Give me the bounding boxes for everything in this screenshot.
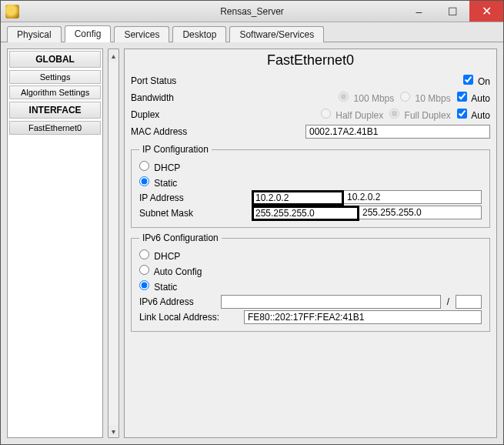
sidebar-item-algorithm-settings[interactable]: Algorithm Settings (9, 85, 101, 99)
port-status-on[interactable]: On (463, 75, 490, 87)
ipv6-prefix-slash: / (446, 296, 451, 307)
scroll-up-icon[interactable]: ▴ (108, 49, 118, 62)
bandwidth-auto-checkbox[interactable] (457, 92, 467, 102)
ipv6-dhcp-radio[interactable] (139, 249, 149, 259)
mac-input[interactable] (305, 125, 490, 139)
subnet-mask-value: 255.255.255.0 (255, 208, 315, 219)
tab-services[interactable]: Services (114, 26, 169, 42)
bandwidth-auto[interactable]: Auto (457, 92, 490, 104)
duplex-auto[interactable]: Auto (457, 109, 490, 121)
sidebar-item-settings[interactable]: Settings (9, 70, 101, 84)
ipv6-autoconfig-label: Auto Config (154, 266, 202, 277)
ipcfg-dhcp-radio[interactable] (139, 161, 149, 171)
tab-desktop[interactable]: Desktop (172, 26, 226, 42)
minimize-button[interactable]: – (402, 1, 436, 22)
duplex-label: Duplex (131, 109, 215, 120)
bandwidth-10: 10 Mbps (400, 92, 450, 104)
ipv6-configuration-legend: IPv6 Configuration (139, 233, 222, 243)
close-button[interactable]: ✕ (469, 1, 503, 22)
row-duplex: Duplex Half Duplex Full Duplex Auto (131, 107, 490, 122)
duplex-half-label: Half Duplex (335, 110, 383, 121)
bandwidth-100-radio (339, 92, 349, 102)
content-body: GLOBAL Settings Algorithm Settings INTER… (1, 42, 503, 444)
scroll-track[interactable] (108, 62, 118, 425)
duplex-full-label: Full Duplex (405, 110, 451, 121)
port-status-checkbox[interactable] (463, 75, 473, 85)
port-status-on-label: On (478, 76, 490, 87)
maximize-button[interactable]: ☐ (436, 1, 469, 22)
duplex-full-radio (389, 109, 399, 119)
ipv6-prefix-input[interactable] (456, 295, 482, 309)
subnet-mask-input[interactable] (359, 206, 482, 219)
sidebar-header-interface: INTERFACE (9, 102, 101, 119)
ipv6-dhcp[interactable]: DHCP (139, 249, 180, 262)
duplex-auto-checkbox[interactable] (457, 109, 467, 119)
sidebar-scrollbar[interactable]: ▴ ▾ (108, 49, 119, 438)
bandwidth-label: Bandwidth (131, 92, 215, 103)
ipv6-dhcp-label: DHCP (154, 251, 180, 262)
ip-configuration-legend: IP Configuration (139, 144, 212, 155)
ipcfg-dhcp[interactable]: DHCP (139, 161, 180, 173)
mac-label: MAC Address (131, 126, 215, 137)
duplex-auto-label: Auto (471, 110, 490, 121)
link-local-label: Link Local Address: (139, 312, 239, 323)
subnet-mask-highlight: 255.255.255.0 (252, 206, 359, 221)
sidebar-header-global: GLOBAL (9, 51, 101, 68)
config-sidebar: GLOBAL Settings Algorithm Settings INTER… (7, 49, 103, 438)
bandwidth-10-radio (400, 92, 410, 102)
ipv6-configuration-group: IPv6 Configuration DHCP Auto Config (131, 233, 490, 332)
interface-config-panel: FastEthernet0 Port Status On Bandwidth 1… (124, 49, 497, 438)
ip-address-label: IP Address (139, 192, 247, 203)
bandwidth-auto-label: Auto (471, 93, 490, 104)
ipcfg-static[interactable]: Static (139, 176, 177, 189)
tab-config[interactable]: Config (65, 25, 112, 42)
app-window: Rensas_Server – ☐ ✕ Physical Config Serv… (0, 0, 504, 445)
ip-configuration-group: IP Configuration DHCP Static IP Address (131, 144, 490, 228)
tab-physical[interactable]: Physical (7, 26, 62, 42)
port-status-label: Port Status (131, 75, 215, 86)
ip-address-input[interactable] (344, 190, 482, 204)
tab-software-services[interactable]: Software/Services (229, 26, 324, 42)
link-local-input[interactable] (244, 310, 482, 324)
window-buttons: – ☐ ✕ (402, 1, 503, 22)
scroll-down-icon[interactable]: ▾ (108, 425, 118, 437)
ipcfg-dhcp-label: DHCP (154, 162, 180, 173)
ipv6-address-input[interactable] (221, 295, 441, 309)
bandwidth-100: 100 Mbps (339, 92, 394, 104)
ipv6-static[interactable]: Static (139, 280, 177, 293)
ipv6-static-label: Static (154, 282, 177, 293)
ipcfg-static-radio[interactable] (139, 176, 149, 186)
ip-address-highlight: 10.2.0.2 (252, 190, 344, 206)
main-tabbar: Physical Config Services Desktop Softwar… (1, 22, 503, 42)
duplex-half-radio (321, 109, 331, 119)
ipv6-autoconfig[interactable]: Auto Config (139, 265, 202, 277)
ipv6-autoconfig-radio[interactable] (139, 265, 149, 275)
duplex-full: Full Duplex (389, 109, 450, 121)
subnet-mask-label: Subnet Mask (139, 208, 247, 219)
ip-address-value: 10.2.0.2 (255, 192, 289, 203)
row-mac-address: MAC Address (131, 124, 490, 139)
bandwidth-10-label: 10 Mbps (416, 93, 451, 104)
ipv6-static-radio[interactable] (139, 280, 149, 290)
bandwidth-100-label: 100 Mbps (354, 93, 395, 104)
sidebar-item-fastethernet0[interactable]: FastEthernet0 (9, 121, 101, 135)
row-bandwidth: Bandwidth 100 Mbps 10 Mbps Auto (131, 90, 490, 105)
panel-heading: FastEthernet0 (131, 52, 490, 69)
ipv6-address-label: IPv6 Address (139, 296, 216, 307)
duplex-half: Half Duplex (321, 109, 383, 121)
titlebar: Rensas_Server – ☐ ✕ (1, 1, 503, 22)
row-port-status: Port Status On (131, 73, 490, 89)
ipcfg-static-label: Static (154, 178, 177, 189)
app-icon (5, 5, 19, 18)
